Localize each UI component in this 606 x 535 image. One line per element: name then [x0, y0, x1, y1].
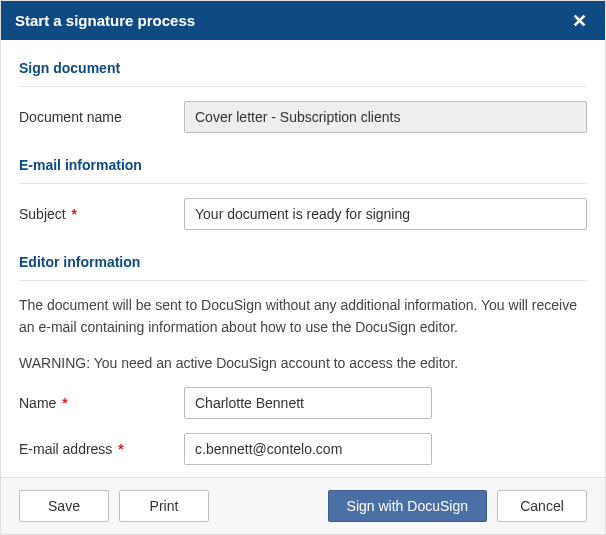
document-name-field [184, 101, 587, 133]
required-marker: * [72, 206, 77, 222]
editor-info-text: The document will be sent to DocuSign wi… [19, 295, 587, 338]
email-field[interactable] [184, 433, 432, 465]
section-editor-info: Editor information [19, 244, 587, 281]
section-sign-document: Sign document [19, 50, 587, 87]
section-email-info: E-mail information [19, 147, 587, 184]
label-subject: Subject * [19, 206, 184, 222]
subject-field[interactable] [184, 198, 587, 230]
dialog-footer: Save Print Sign with DocuSign Cancel [1, 477, 605, 534]
row-subject: Subject * [19, 198, 587, 230]
label-email: E-mail address * [19, 441, 184, 457]
required-marker: * [118, 441, 123, 457]
label-name: Name * [19, 395, 184, 411]
title-bar: Start a signature process ✕ [1, 1, 605, 40]
required-marker: * [62, 395, 67, 411]
row-document-name: Document name [19, 101, 587, 133]
label-document-name: Document name [19, 109, 184, 125]
cancel-button[interactable]: Cancel [497, 490, 587, 522]
signature-dialog: Start a signature process ✕ Sign documen… [0, 0, 606, 535]
dialog-title: Start a signature process [15, 12, 195, 29]
save-button[interactable]: Save [19, 490, 109, 522]
print-button[interactable]: Print [119, 490, 209, 522]
row-name: Name * [19, 387, 587, 419]
dialog-body: Sign document Document name E-mail infor… [1, 40, 605, 477]
name-field[interactable] [184, 387, 432, 419]
row-email: E-mail address * [19, 433, 587, 465]
editor-warning-text: WARNING: You need an active DocuSign acc… [19, 355, 587, 371]
sign-with-docusign-button[interactable]: Sign with DocuSign [328, 490, 487, 522]
close-icon[interactable]: ✕ [568, 8, 591, 34]
